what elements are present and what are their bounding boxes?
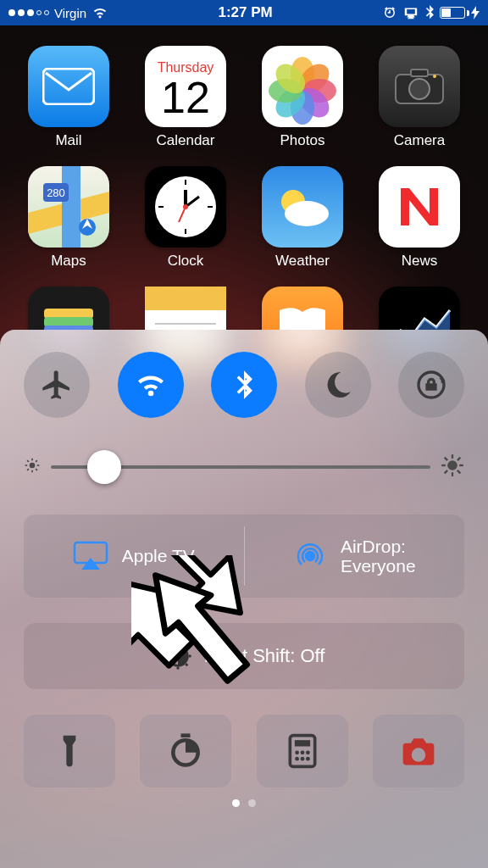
- app-label: Mail: [55, 132, 81, 149]
- svg-line-35: [27, 469, 29, 470]
- flashlight-icon: [51, 732, 88, 770]
- airplane-mode-toggle[interactable]: [24, 352, 90, 418]
- camera-shortcut-icon: [400, 732, 437, 770]
- device-screen: Virgin 1:27 PM: [0, 0, 488, 868]
- svg-rect-3: [411, 70, 428, 76]
- svg-point-64: [295, 757, 299, 761]
- brightness-high-icon: [441, 453, 464, 481]
- app-clock[interactable]: Clock: [139, 166, 232, 270]
- svg-point-62: [300, 750, 304, 754]
- calculator-icon: [284, 732, 321, 770]
- app-maps[interactable]: 280 Maps: [22, 166, 115, 270]
- svg-line-34: [36, 469, 37, 470]
- svg-point-65: [300, 757, 304, 761]
- airdrop-line2: Everyone: [341, 556, 416, 576]
- svg-point-16: [183, 204, 188, 209]
- svg-point-4: [433, 75, 436, 78]
- svg-line-36: [36, 460, 37, 462]
- airdrop-line1: AirDrop:: [341, 537, 416, 556]
- battery-icon: [440, 6, 480, 19]
- news-icon: [379, 166, 460, 248]
- svg-line-33: [27, 460, 29, 462]
- svg-rect-23: [145, 287, 226, 310]
- alarm-icon: [382, 5, 397, 20]
- app-label: Maps: [51, 253, 86, 270]
- toggle-row: [24, 352, 464, 418]
- airdrop-icon: [293, 539, 327, 573]
- svg-point-66: [306, 757, 310, 761]
- svg-rect-0: [43, 69, 94, 104]
- carrier-label: Virgin: [54, 6, 86, 20]
- do-not-disturb-toggle[interactable]: [305, 352, 371, 418]
- weather-icon: [262, 166, 343, 248]
- brightness-thumb[interactable]: [87, 450, 121, 484]
- app-photos[interactable]: Photos: [256, 46, 349, 149]
- airdrop-button[interactable]: AirDrop: Everyone: [245, 515, 465, 598]
- camera-icon: [379, 46, 460, 127]
- calculator-button[interactable]: [257, 715, 348, 787]
- brightness-track[interactable]: [51, 465, 430, 469]
- status-right: [382, 5, 480, 20]
- svg-point-37: [447, 460, 458, 470]
- status-left: Virgin: [8, 6, 108, 20]
- svg-line-45: [458, 458, 461, 461]
- bluetooth-status-icon: [424, 5, 435, 20]
- page-dot-active: [232, 799, 240, 807]
- mail-icon: [28, 46, 109, 127]
- maps-icon: 280: [28, 166, 109, 248]
- clock-icon: [145, 166, 226, 248]
- svg-point-63: [306, 750, 310, 754]
- airplay-status-icon: [402, 6, 419, 19]
- svg-rect-60: [294, 740, 309, 746]
- app-label: Camera: [394, 132, 445, 149]
- app-label: Calendar: [157, 132, 215, 149]
- arrow-annotation-icon: [127, 542, 271, 712]
- bluetooth-toggle[interactable]: [211, 352, 277, 418]
- svg-point-18: [285, 201, 329, 226]
- status-bar: Virgin 1:27 PM: [0, 0, 488, 25]
- app-label: Weather: [275, 253, 330, 270]
- app-label: News: [402, 253, 438, 270]
- photos-icon: [262, 46, 343, 127]
- wifi-toggle[interactable]: [118, 352, 184, 418]
- page-indicator: [232, 799, 256, 807]
- timer-icon: [167, 732, 204, 770]
- brightness-slider[interactable]: [24, 453, 464, 481]
- svg-line-44: [445, 470, 448, 474]
- camera-shortcut-button[interactable]: [373, 715, 464, 787]
- page-dot: [248, 799, 256, 807]
- timer-button[interactable]: [140, 715, 231, 787]
- app-label: Clock: [168, 253, 204, 270]
- app-news[interactable]: News: [373, 166, 466, 270]
- airplay-icon: [73, 541, 108, 571]
- app-weather[interactable]: Weather: [256, 166, 349, 270]
- app-camera[interactable]: Camera: [373, 46, 466, 149]
- status-time: 1:27 PM: [218, 4, 272, 21]
- app-mail[interactable]: Mail: [22, 46, 115, 149]
- svg-point-61: [295, 750, 299, 754]
- signal-strength-icon: [8, 9, 49, 16]
- svg-line-42: [445, 458, 448, 461]
- svg-point-2: [409, 79, 430, 99]
- bottom-shortcut-row: [24, 715, 464, 787]
- svg-point-47: [306, 552, 314, 560]
- svg-line-43: [458, 470, 461, 474]
- wifi-icon: [92, 6, 108, 19]
- calendar-icon: Thursday 12: [145, 46, 226, 127]
- svg-text:280: 280: [47, 186, 65, 199]
- flashlight-button[interactable]: [24, 715, 115, 787]
- svg-point-28: [30, 463, 36, 469]
- orientation-lock-toggle[interactable]: [398, 352, 464, 418]
- app-label: Photos: [280, 132, 325, 149]
- airdrop-label: AirDrop: Everyone: [341, 537, 416, 576]
- calendar-day: 12: [161, 75, 210, 120]
- brightness-low-icon: [24, 457, 41, 477]
- app-calendar[interactable]: Thursday 12 Calendar: [139, 46, 232, 149]
